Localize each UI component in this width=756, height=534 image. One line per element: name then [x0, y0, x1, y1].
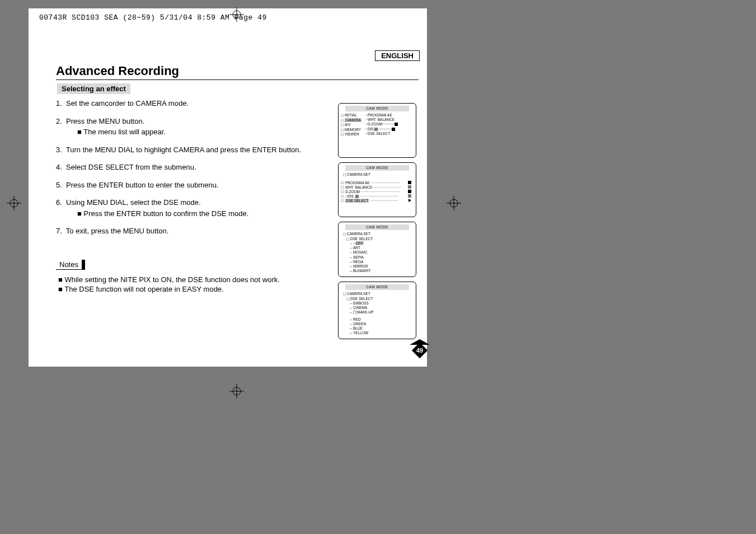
lcd1-left-0: INITIAL: [341, 113, 365, 118]
lcd-1-header: CAM MODE: [345, 106, 409, 111]
registration-mark-left: [7, 196, 21, 210]
lcd1-right-3: DIS··············: [365, 127, 398, 132]
lcd2-row-0: PROGRAM AE ···················: [341, 181, 414, 185]
lcd1-right-1: WHT. BALANCE: [365, 118, 398, 122]
registration-mark-top: [229, 7, 244, 22]
lcd1-right-0: PROGRAM AE: [365, 113, 398, 118]
lcd3-opt-0: ○OFF: [350, 241, 414, 246]
lcd-illustrations: CAM MODE INITIAL CAMERA A/V MEMORY VIEWE…: [338, 103, 416, 344]
lcd3-opt-4: NEGA: [350, 260, 414, 264]
lcd3-opt-5: MIRROR: [350, 264, 414, 269]
lcd2-row-1: WHT. BALANCE···················: [341, 185, 414, 190]
section-heading: Selecting an effect: [57, 83, 130, 94]
notes-heading: Notes: [56, 260, 85, 270]
lcd4-a-0: EMBOSS: [350, 301, 414, 306]
lcd4-b-2: BLUE: [350, 326, 414, 331]
lcd4-b-3: YELLOW: [350, 331, 414, 335]
lcd-screen-3: CAM MODE CAMERA SET DSE SELECT ○OFF ART …: [338, 222, 416, 277]
registration-mark-bottom: [229, 384, 244, 399]
lcd1-left-3: MEMORY: [341, 128, 365, 133]
lcd1-left-1: CAMERA: [341, 118, 365, 123]
lcd4-path-1: DSE SELECT: [343, 297, 414, 302]
lcd-screen-4: CAM MODE CAMERA SET DSE SELECT EMBOSS CI…: [338, 282, 416, 339]
registration-mark-right: [447, 196, 461, 210]
page-number: 49: [413, 344, 426, 357]
lcd2-row-2: D.ZOOM ·························: [341, 190, 414, 194]
lcd2-row-3: ○DIS ·························: [341, 194, 414, 199]
title-rule: [56, 79, 419, 80]
lcd-screen-2: CAM MODE CAMERA SET PROGRAM AE ·········…: [338, 162, 416, 217]
lcd3-path-1: DSE SELECT: [343, 237, 414, 242]
lcd3-path-0: CAMERA SET: [343, 232, 414, 237]
lcd2-row-4: DSE SELECT ··················: [341, 199, 414, 203]
page-title: Advanced Recording: [56, 64, 425, 78]
lcd4-b-1: GREEN: [350, 322, 414, 326]
page-number-badge: 49: [413, 344, 426, 357]
lcd3-opt-3: SEPIA: [350, 255, 414, 260]
lcd1-right-4: DSE SELECT: [365, 132, 398, 136]
lcd-4-header: CAM MODE: [345, 284, 409, 290]
lcd3-opt-1: ART: [350, 246, 414, 250]
lcd4-path-0: CAMERA SET: [343, 292, 414, 297]
language-badge: ENGLISH: [375, 50, 420, 61]
lcd3-opt-6: BLK&WHT: [350, 269, 414, 273]
lcd4-a-1: CINEMA: [350, 306, 414, 310]
lcd1-right-2: D.ZOOM············: [365, 122, 398, 127]
lcd4-b-0: RED: [350, 317, 414, 322]
lcd-3-header: CAM MODE: [345, 224, 409, 230]
lcd2-title: CAMERA SET: [343, 172, 370, 176]
lcd-screen-1: CAM MODE INITIAL CAMERA A/V MEMORY VIEWE…: [338, 103, 416, 158]
lcd1-left-4: VIEWER: [341, 132, 365, 137]
lcd-2-header: CAM MODE: [345, 165, 409, 171]
lcd3-opt-2: MOSAIC: [350, 250, 414, 255]
lcd4-a-2: ▢MAKE-UP: [350, 310, 414, 315]
lcd1-left-2: A/V: [341, 123, 365, 128]
